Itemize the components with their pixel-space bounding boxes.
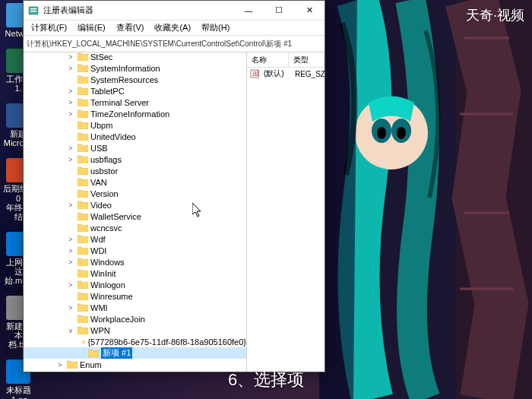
title-bar[interactable]: 注册表编辑器 — ☐ ✕ <box>24 1 325 21</box>
tree-node[interactable]: >WDI <box>24 245 246 256</box>
tree-node[interactable]: SystemResources <box>24 74 246 85</box>
icon-label: 未标题-1.pn <box>6 385 31 399</box>
menu-item[interactable]: 编辑(E) <box>73 21 110 35</box>
address-bar[interactable]: 计算机\HKEY_LOCAL_MACHINE\SYSTEM\CurrentCon… <box>24 36 325 52</box>
menu-bar: 计算机(F)编辑(E)查看(V)收藏夹(A)帮助(H) <box>24 21 325 36</box>
tree-node[interactable]: >Wdf <box>24 233 246 245</box>
folder-icon <box>78 223 88 232</box>
folder-icon <box>78 144 88 152</box>
tree-node[interactable]: Ubpm <box>24 119 246 131</box>
node-label: WalletService <box>90 212 141 221</box>
menu-item[interactable]: 查看(V) <box>112 21 149 35</box>
maximize-button[interactable]: ☐ <box>264 1 294 21</box>
expand-toggle[interactable]: > <box>66 65 75 72</box>
node-label: Terminal Server <box>90 98 149 107</box>
node-label: UnitedVideo <box>90 132 136 141</box>
node-label: Ubpm <box>90 121 112 130</box>
menu-item[interactable]: 收藏夹(A) <box>150 21 195 35</box>
video-caption: 6、选择项 <box>228 369 304 391</box>
expand-toggle[interactable]: > <box>66 87 75 95</box>
folder-icon <box>78 75 88 84</box>
svg-rect-9 <box>30 11 36 12</box>
folder-icon <box>88 349 99 357</box>
minimize-button[interactable]: — <box>233 1 264 21</box>
folder-icon <box>78 178 88 186</box>
tree-node[interactable]: >Video <box>24 199 246 211</box>
app-icon <box>28 5 39 16</box>
tree-node[interactable]: >Enum <box>24 359 246 370</box>
window-body: >SrpExtensionConfigStillImage>Storage>St… <box>24 52 325 372</box>
tree-node[interactable]: >SystemInformation <box>24 62 246 74</box>
folder-icon <box>78 235 88 243</box>
tree-node[interactable]: wcncsvc <box>24 222 246 233</box>
node-label: {577289b6-6e75-11df-86f8-18a905160fe0} <box>87 337 246 347</box>
folder-icon <box>78 326 88 334</box>
expand-toggle[interactable]: > <box>66 99 75 106</box>
list-row[interactable]: ab(默认)REG_SZ <box>247 68 325 80</box>
tree-node[interactable]: >Terminal Server <box>24 97 246 108</box>
node-label: Version <box>90 189 119 198</box>
node-label: WMI <box>90 303 108 312</box>
node-label: USB <box>90 144 108 153</box>
registry-tree[interactable]: >SrpExtensionConfigStillImage>Storage>St… <box>24 52 247 372</box>
list-header: 名称 类型 <box>247 52 325 68</box>
folder-icon <box>78 52 88 61</box>
tree-node[interactable]: >USB <box>24 142 246 154</box>
node-label: SystemResources <box>90 75 158 84</box>
expand-toggle[interactable]: > <box>66 247 75 255</box>
expand-toggle[interactable]: > <box>66 258 75 266</box>
col-type[interactable]: 类型 <box>289 52 325 67</box>
value-list[interactable]: 名称 类型 ab(默认)REG_SZ <box>247 52 325 372</box>
folder-icon <box>78 258 88 266</box>
col-name[interactable]: 名称 <box>247 52 289 67</box>
expand-toggle[interactable]: > <box>66 110 75 118</box>
tree-node[interactable]: >TimeZoneInformation <box>24 108 246 119</box>
tree-node[interactable]: WinInit <box>24 268 246 279</box>
expand-toggle[interactable]: > <box>66 201 75 209</box>
expand-toggle[interactable]: > <box>66 236 75 243</box>
node-label: SystemInformation <box>90 64 160 73</box>
node-label: Windows <box>90 258 125 267</box>
menu-item[interactable]: 帮助(H) <box>197 21 234 35</box>
expand-toggle[interactable]: > <box>66 53 75 61</box>
expand-toggle[interactable]: v <box>66 327 75 334</box>
folder-icon <box>78 155 88 163</box>
tree-node[interactable]: >TabletPC <box>24 85 246 97</box>
svg-text:ab: ab <box>252 69 259 78</box>
expand-toggle[interactable]: > <box>66 304 75 312</box>
expand-toggle[interactable]: > <box>55 361 65 369</box>
tree-node[interactable]: vWPN <box>24 325 246 336</box>
node-label: 新项 #1 <box>101 347 132 359</box>
close-button[interactable]: ✕ <box>294 1 325 21</box>
tree-node[interactable]: Version <box>24 188 246 199</box>
folder-icon <box>78 303 88 312</box>
expand-toggle[interactable]: > <box>66 281 75 289</box>
tree-node[interactable]: {577289b6-6e75-11df-86f8-18a905160fe0} <box>24 336 246 347</box>
tree-node[interactable]: >StSec <box>24 52 246 62</box>
node-label: usbflags <box>90 155 122 164</box>
tree-node[interactable]: usbstor <box>24 165 246 176</box>
tree-node[interactable]: 新项 #1 <box>24 347 246 359</box>
tree-node[interactable]: UnitedVideo <box>24 131 246 142</box>
folder-icon <box>78 109 88 118</box>
tree-node[interactable]: >Windows <box>24 256 246 268</box>
tree-node[interactable]: WorkplaceJoin <box>24 313 246 325</box>
tree-node[interactable]: >WMI <box>24 302 246 313</box>
tree-node[interactable]: Winresume <box>24 290 246 302</box>
node-label: VAN <box>90 178 107 187</box>
node-label: WDI <box>90 246 106 255</box>
tree-node[interactable]: VAN <box>24 176 246 188</box>
node-label: Wdf <box>90 235 106 244</box>
registry-editor-window: 注册表编辑器 — ☐ ✕ 计算机(F)编辑(E)查看(V)收藏夹(A)帮助(H)… <box>23 0 325 372</box>
tree-node[interactable]: >Winlogon <box>24 279 246 290</box>
svg-point-4 <box>377 127 386 139</box>
folder-icon <box>78 98 88 106</box>
expand-toggle[interactable]: > <box>66 156 75 163</box>
folder-icon <box>78 132 88 141</box>
tree-node[interactable]: WalletService <box>24 211 246 222</box>
menu-item[interactable]: 计算机(F) <box>27 21 71 35</box>
tree-node[interactable]: >usbflags <box>24 154 246 165</box>
value-icon: ab <box>250 69 259 78</box>
node-label: wcncsvc <box>90 223 122 233</box>
expand-toggle[interactable]: > <box>66 144 75 152</box>
